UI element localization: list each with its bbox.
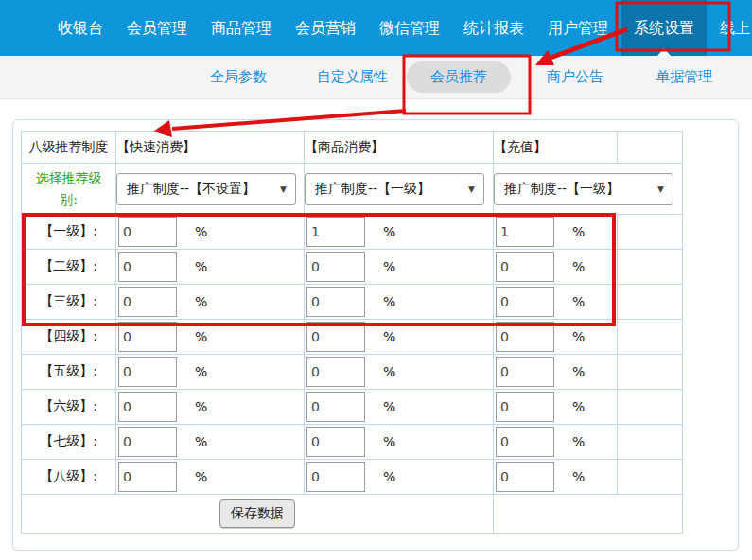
cell-empty: [618, 460, 683, 495]
percent-input[interactable]: [306, 427, 365, 457]
cell-quick: %: [116, 320, 305, 355]
percent-input[interactable]: [118, 322, 177, 352]
cell-quick: %: [116, 460, 305, 495]
header-cell-empty: [618, 132, 683, 164]
save-button[interactable]: 保存数据: [219, 499, 295, 528]
nav-item-members[interactable]: 会员管理: [116, 0, 198, 56]
percent-input[interactable]: [118, 357, 177, 387]
percent-sign: %: [195, 224, 207, 239]
cell-product: %: [305, 215, 494, 250]
percent-input[interactable]: [496, 217, 554, 247]
percent-input[interactable]: [118, 252, 177, 282]
percent-sign: %: [572, 329, 585, 344]
percent-input[interactable]: [496, 357, 554, 387]
cell-quick: %: [116, 250, 305, 285]
subnav-item-merchant-notice[interactable]: 商户公告: [547, 68, 603, 86]
percent-input[interactable]: [496, 252, 554, 282]
percent-input[interactable]: [118, 462, 177, 492]
percent-input[interactable]: [496, 427, 554, 457]
level-select-label: 选择推荐级别:: [22, 167, 115, 210]
sub-nav: 全局参数 自定义属性 会员推荐 商户公告 单据管理: [0, 56, 752, 99]
percent-input[interactable]: [306, 252, 365, 282]
subnav-item-member-referral[interactable]: 会员推荐: [407, 61, 511, 93]
row-label: 【一级】:: [22, 215, 116, 250]
row-label: 【五级】:: [22, 355, 116, 390]
cell-product: %: [305, 355, 494, 390]
nav-item-wechat[interactable]: 微信管理: [369, 0, 450, 56]
percent-sign: %: [195, 259, 207, 274]
chevron-down-icon: ▼: [657, 184, 664, 194]
percent-input[interactable]: [306, 462, 365, 492]
percent-input[interactable]: [118, 392, 177, 422]
percent-input[interactable]: [118, 427, 177, 457]
percent-input[interactable]: [306, 217, 365, 247]
select-value: 推广制度--【不设置】: [127, 181, 255, 198]
cell-empty: [618, 250, 683, 285]
cell-product: %: [305, 320, 494, 355]
promo-level-select-product[interactable]: 推广制度--【一级】 ▼: [305, 173, 484, 205]
nav-item-marketing[interactable]: 会员营销: [285, 0, 366, 56]
cell-empty: [618, 390, 683, 425]
select-cell-product: 推广制度--【一级】 ▼: [305, 164, 494, 215]
percent-sign: %: [383, 294, 395, 309]
cell-recharge: %: [494, 215, 618, 250]
nav-item-system-settings[interactable]: 系统设置: [621, 0, 707, 56]
percent-sign: %: [195, 294, 207, 309]
cell-recharge: %: [494, 390, 618, 425]
percent-sign: %: [572, 364, 585, 379]
cell-empty: [618, 355, 683, 390]
row-label: 【八级】:: [22, 460, 116, 495]
header-cell-system: 八级推荐制度: [22, 132, 116, 164]
cell-product: %: [305, 390, 494, 425]
promo-level-select-recharge[interactable]: 推广制度--【一级】 ▼: [494, 173, 673, 205]
percent-input[interactable]: [118, 287, 177, 317]
cell-empty: [618, 215, 683, 250]
subnav-item-doc-management[interactable]: 单据管理: [656, 68, 712, 86]
nav-item-cashier[interactable]: 收银台: [47, 0, 114, 56]
table-row-level-2: 【二级】: % % %: [22, 250, 683, 285]
save-cell: 保存数据: [22, 495, 494, 534]
select-value: 推广制度--【一级】: [315, 181, 430, 198]
row-label: 【七级】:: [22, 425, 116, 460]
chevron-down-icon: ▼: [468, 184, 475, 194]
active-tab-indicator-icon: [657, 48, 671, 56]
table-row-level-6: 【六级】: % % %: [22, 390, 683, 425]
level-select-row: 选择推荐级别: 推广制度--【不设置】 ▼ 推广制度--【一级】 ▼ 推广制度-…: [22, 164, 683, 215]
nav-item-reports[interactable]: 统计报表: [453, 0, 534, 56]
percent-input[interactable]: [496, 392, 554, 422]
percent-input[interactable]: [306, 392, 365, 422]
cell-empty: [618, 320, 683, 355]
subnav-item-custom-attrs[interactable]: 自定义属性: [317, 68, 388, 86]
cell-recharge: %: [494, 250, 618, 285]
percent-input[interactable]: [306, 322, 365, 352]
nav-item-products[interactable]: 商品管理: [201, 0, 282, 56]
save-row-empty-cell: [494, 495, 683, 534]
percent-sign: %: [195, 364, 207, 379]
cell-recharge: %: [494, 320, 618, 355]
chevron-down-icon: ▼: [280, 184, 287, 194]
percent-input[interactable]: [306, 287, 365, 317]
percent-input[interactable]: [496, 322, 554, 352]
percent-sign: %: [572, 294, 585, 309]
percent-sign: %: [383, 224, 395, 239]
nav-item-users[interactable]: 用户管理: [537, 0, 619, 56]
header-cell-product-consume: 【商品消费】: [305, 132, 494, 164]
percent-input[interactable]: [306, 357, 365, 387]
cell-quick: %: [116, 215, 305, 250]
nav-item-label: 系统设置: [634, 19, 694, 37]
percent-input[interactable]: [496, 287, 554, 317]
header-cell-quick-consume: 【快速消费】: [116, 132, 305, 164]
subnav-item-global-params[interactable]: 全局参数: [210, 68, 267, 86]
percent-input[interactable]: [496, 462, 554, 492]
select-cell-recharge: 推广制度--【一级】 ▼: [494, 164, 683, 215]
cell-product: %: [305, 425, 494, 460]
table-row-level-7: 【七级】: % % %: [22, 425, 683, 460]
nav-item-online[interactable]: 线上: [709, 0, 752, 56]
referral-settings-panel: 八级推荐制度 【快速消费】 【商品消费】 【充值】 选择推荐级别: 推广制度--…: [12, 119, 739, 551]
cell-product: %: [305, 285, 494, 320]
promo-level-select-quick[interactable]: 推广制度--【不设置】 ▼: [116, 173, 296, 205]
row-label: 【四级】:: [22, 320, 116, 355]
table-header-row: 八级推荐制度 【快速消费】 【商品消费】 【充值】: [22, 132, 683, 164]
percent-input[interactable]: [118, 217, 177, 247]
table-row-level-3: 【三级】: % % %: [22, 285, 683, 320]
